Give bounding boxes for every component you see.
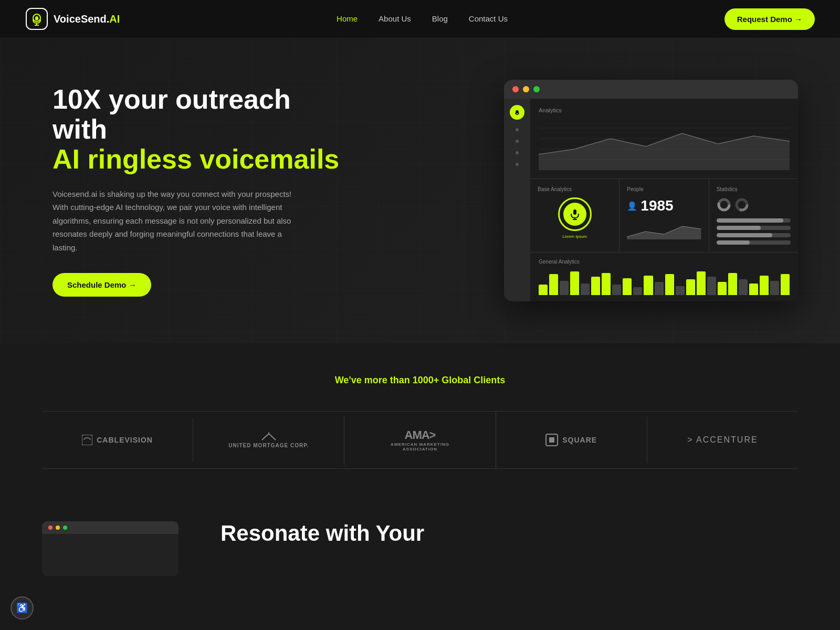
window-dot-yellow — [523, 86, 529, 92]
statistics-card: Statistics — [709, 179, 798, 253]
bar-item — [623, 278, 632, 296]
nav-home[interactable]: Home — [337, 14, 358, 23]
window-sidebar — [504, 99, 530, 301]
window-titlebar — [504, 80, 798, 99]
navbar: VoiceSend.AI Home About Us Blog Contact … — [0, 0, 840, 38]
analytics-section: Analytics — [530, 99, 798, 179]
nav-contact[interactable]: Contact Us — [469, 14, 508, 23]
bar-item — [760, 276, 769, 296]
client-logo-united-mortgage: UNITED MORTGAGE CORP. — [193, 415, 344, 465]
people-count: 1985 — [640, 197, 673, 214]
nav-blog[interactable]: Blog — [432, 14, 448, 23]
stat-bar-2 — [717, 226, 791, 230]
bar-item — [644, 276, 653, 296]
svg-rect-6 — [517, 111, 518, 113]
bar-item — [602, 273, 611, 296]
bar-item — [655, 282, 664, 295]
people-content: 👤 1985 — [627, 197, 701, 239]
dashboard-window: Analytics — [504, 80, 798, 301]
mic-circle — [558, 197, 592, 231]
window-dot-green — [533, 86, 540, 92]
mic-inner — [563, 203, 586, 226]
hero-title-white: 10X your outreach with — [52, 85, 346, 144]
statistics-content — [717, 197, 791, 245]
sidebar-dot-2 — [516, 140, 519, 143]
mini-dot-green — [63, 526, 67, 530]
cablevision-text: CABLEVISION — [97, 436, 153, 444]
bar-item — [707, 277, 716, 295]
united-mortgage-text: UNITED MORTGAGE CORP. — [228, 443, 309, 448]
resonate-section: Resonate with Your — [220, 521, 798, 545]
bar-item — [781, 274, 790, 295]
general-analytics-section: General Analytics — [530, 253, 798, 301]
dashboard-mockup: Analytics — [504, 80, 798, 301]
svg-rect-12 — [573, 209, 576, 215]
accenture-text: > accenture — [687, 435, 758, 445]
people-card: People 👤 1985 — [620, 179, 709, 253]
mini-dot-red — [48, 526, 52, 530]
people-number: 👤 1985 — [627, 197, 701, 214]
bar-item — [581, 284, 590, 296]
bar-item — [676, 286, 685, 296]
bar-item — [749, 284, 758, 296]
resonate-title: Resonate with Your — [220, 521, 798, 545]
base-analytics-card: Base Analytics — [530, 179, 620, 253]
schedule-demo-button[interactable]: Schedule Demo → — [52, 273, 151, 297]
clients-title: We've more than 1000+ Global Clients — [42, 375, 798, 386]
bar-item — [549, 274, 558, 295]
bar-item — [697, 271, 706, 295]
clients-title-suffix: Global Clients — [439, 375, 505, 385]
svg-rect-2 — [35, 16, 38, 20]
analytics-label: Analytics — [539, 107, 790, 113]
stat-donut — [717, 197, 791, 212]
bar-item — [665, 274, 674, 295]
clients-logos: CABLEVISION UNITED MORTGAGE CORP. AMA> A… — [42, 411, 798, 469]
bar-item — [612, 285, 621, 295]
square-text: Square — [562, 436, 597, 444]
people-title: People — [627, 186, 701, 192]
bar-item — [770, 281, 779, 296]
clients-title-prefix: We've more than — [335, 375, 413, 385]
window-main: Analytics — [530, 99, 798, 301]
bar-item — [739, 279, 748, 295]
bottom-mockup — [42, 521, 178, 576]
window-content: Analytics — [504, 99, 798, 301]
general-analytics-label: General Analytics — [539, 259, 790, 265]
people-icon: 👤 — [627, 201, 637, 211]
sidebar-logo — [510, 105, 524, 120]
people-chart — [627, 218, 701, 239]
bar-item — [560, 281, 569, 296]
logo[interactable]: VoiceSend.AI — [25, 7, 120, 30]
hero-title-yellow: AI ringless voicemails — [52, 144, 346, 174]
nav-links: Home About Us Blog Contact Us — [337, 14, 508, 24]
stat-bar-1 — [717, 218, 791, 223]
nav-about[interactable]: About Us — [379, 14, 411, 23]
bar-item — [633, 287, 642, 295]
ama-text: AMERICAN MARKETINGASSOCIATION — [391, 442, 449, 452]
window-dot-red — [512, 86, 519, 92]
mini-window — [42, 521, 178, 576]
bar-item — [728, 273, 737, 296]
client-logo-square: Square — [496, 417, 647, 463]
stat-bar-4 — [717, 240, 791, 245]
bar-item — [718, 282, 727, 295]
sidebar-dot-4 — [516, 163, 519, 166]
client-logo-accenture: > accenture — [647, 418, 798, 461]
svg-marker-15 — [627, 226, 701, 239]
svg-rect-23 — [549, 437, 554, 443]
svg-marker-11 — [539, 133, 790, 170]
client-logo-cablevision: CABLEVISION — [42, 418, 193, 462]
base-analytics-title: Base Analytics — [538, 186, 612, 192]
clients-section: We've more than 1000+ Global Clients CAB… — [0, 343, 840, 500]
bar-item — [570, 271, 579, 295]
bottom-section: Resonate with Your — [0, 500, 840, 576]
statistics-title: Statistics — [717, 186, 791, 192]
base-analytics-content: Lorem Ipsum — [538, 197, 612, 239]
general-analytics-chart — [539, 269, 790, 295]
bar-item — [591, 277, 600, 295]
request-demo-button[interactable]: Request Demo → — [724, 8, 815, 30]
hero-content: 10X your outreach with AI ringless voice… — [52, 85, 346, 297]
analytics-chart: Month 1 Month 2 Month 3 Month 4 Month 5 … — [539, 118, 790, 170]
bar-item — [539, 285, 548, 295]
clients-count: 1000+ — [413, 375, 439, 385]
